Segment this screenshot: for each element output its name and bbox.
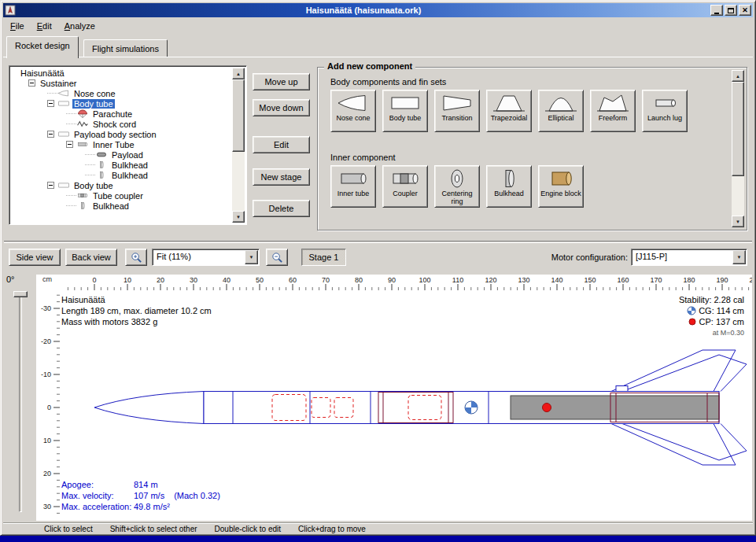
tree-item-nose-cone[interactable]: Nose cone bbox=[11, 88, 232, 98]
scrollbar-thumb[interactable] bbox=[232, 79, 245, 152]
delete-button[interactable]: Delete bbox=[253, 200, 310, 217]
tree-collapse-icon[interactable] bbox=[47, 131, 54, 138]
tree-item-label: Nose cone bbox=[72, 89, 117, 98]
add-elliptical-button[interactable]: Elliptical bbox=[538, 90, 584, 132]
tree-item-label: Inner Tube bbox=[91, 140, 136, 149]
ruler-unit-label: cm bbox=[42, 275, 52, 283]
tree-item-bulkhead[interactable]: Bulkhead bbox=[11, 170, 232, 180]
tree-item-label: Bulkhead bbox=[91, 201, 131, 211]
edit-button[interactable]: Edit bbox=[253, 136, 310, 153]
dropdown-arrow-icon[interactable]: ▼ bbox=[732, 250, 746, 264]
tree-item-label: Body tube bbox=[72, 181, 115, 190]
tree-item-bulkhead[interactable]: Bulkhead bbox=[11, 201, 232, 211]
component-scrollbar[interactable]: ▲ ▼ bbox=[732, 70, 744, 227]
motor-configuration-select[interactable]: [J115-P] ▼ bbox=[631, 249, 747, 266]
section-label-inner-component: Inner component bbox=[330, 153, 396, 162]
close-button[interactable]: ✕ bbox=[739, 5, 751, 16]
add-trapezoidal-button[interactable]: Trapezoidal bbox=[486, 90, 532, 132]
motor-shape[interactable] bbox=[511, 396, 719, 419]
tree-item-tube-coupler[interactable]: Tube coupler bbox=[11, 190, 232, 201]
add-nose-cone-button[interactable]: Nose cone bbox=[330, 90, 376, 132]
add-bulkhead-button[interactable]: Bulkhead bbox=[486, 165, 532, 208]
cp-marker bbox=[543, 404, 551, 412]
rocket-canvas[interactable]: 0102030405060708090100110120130140150160… bbox=[36, 275, 752, 521]
tree-collapse-icon[interactable] bbox=[66, 141, 73, 148]
rotation-column: 0° bbox=[4, 273, 35, 522]
svg-text:150: 150 bbox=[584, 276, 596, 284]
tree-collapse-icon[interactable] bbox=[28, 79, 35, 87]
app-icon bbox=[5, 5, 16, 16]
scrollbar-thumb[interactable] bbox=[732, 82, 744, 176]
svg-text:170: 170 bbox=[650, 276, 662, 284]
scroll-down-button[interactable]: ▼ bbox=[732, 216, 744, 227]
stage-1-toggle[interactable]: Stage 1 bbox=[301, 249, 346, 266]
scroll-down-button[interactable]: ▼ bbox=[232, 211, 245, 223]
tree-item-shock-cord[interactable]: Shock cord bbox=[11, 119, 232, 129]
zoom-select[interactable]: Fit (11%) ▼ bbox=[152, 249, 260, 266]
component-button-label: Launch lug bbox=[647, 114, 682, 122]
taskbar-strip bbox=[0, 536, 756, 542]
minimize-button[interactable] bbox=[710, 5, 723, 16]
split-divider[interactable] bbox=[4, 241, 752, 243]
svg-text:60: 60 bbox=[289, 276, 297, 284]
move-up-button[interactable]: Move up bbox=[253, 73, 310, 90]
flight-stat-apogee: Apogee:814 m bbox=[61, 479, 220, 490]
tab-flight-simulations[interactable]: Flight simulations bbox=[83, 39, 168, 57]
maximize-button[interactable] bbox=[725, 5, 737, 16]
zoom-in-button[interactable] bbox=[125, 249, 147, 266]
tree-item-parachute[interactable]: Parachute bbox=[11, 109, 232, 119]
tree-collapse-icon[interactable] bbox=[47, 182, 54, 189]
add-coupler-button[interactable]: Coupler bbox=[382, 165, 428, 208]
add-freeform-button[interactable]: Freeform bbox=[590, 90, 636, 132]
bulkhead-icon bbox=[95, 171, 108, 179]
component-button-label: Trapezoidal bbox=[491, 114, 528, 122]
menu-edit[interactable]: Edit bbox=[31, 19, 58, 33]
tree-item-body-tube[interactable]: Body tube bbox=[11, 98, 232, 109]
stability-info: Stability: 2.28 cal CG: 114 cm CP: 137 c… bbox=[679, 294, 744, 338]
component-button-label: Freeform bbox=[599, 114, 628, 122]
status-hint: Click+drag to move bbox=[298, 525, 366, 533]
svg-text:-20: -20 bbox=[41, 337, 51, 345]
add-launch-lug-button[interactable]: Launch lug bbox=[642, 90, 688, 132]
scroll-up-button[interactable]: ▲ bbox=[732, 70, 744, 82]
component-button-label: Transition bbox=[441, 114, 472, 122]
tree-item-haisun-t[interactable]: Haisunäätä bbox=[11, 68, 232, 78]
menu-bar: FileEditAnalyze bbox=[3, 18, 753, 34]
scroll-up-button[interactable]: ▲ bbox=[232, 68, 245, 79]
tree-line bbox=[85, 154, 95, 155]
tree-item-body-tube[interactable]: Body tube bbox=[11, 180, 232, 190]
tree-item-payload[interactable]: Payload bbox=[11, 149, 232, 160]
rotation-slider-handle[interactable] bbox=[13, 291, 28, 297]
zoom-out-button[interactable] bbox=[266, 249, 288, 266]
tree-item-label: Bulkhead bbox=[110, 160, 149, 170]
menu-file[interactable]: File bbox=[4, 19, 31, 33]
svg-text:-30: -30 bbox=[41, 304, 51, 312]
add-inner-tube-button[interactable]: Inner tube bbox=[330, 165, 376, 208]
tree-item-payload-body-section[interactable]: Payload body section bbox=[11, 129, 232, 139]
cp-label: CP: bbox=[699, 316, 714, 327]
side-view-button[interactable]: Side view bbox=[9, 249, 61, 266]
dropdown-arrow-icon[interactable]: ▼ bbox=[245, 250, 258, 264]
launch-lug-shape[interactable] bbox=[616, 386, 628, 392]
tab-rocket-design[interactable]: Rocket design bbox=[6, 36, 79, 58]
tree-item-sustainer[interactable]: Sustainer bbox=[11, 78, 232, 88]
component-button-label: Coupler bbox=[393, 190, 418, 197]
move-down-button[interactable]: Move down bbox=[253, 99, 310, 116]
back-view-button[interactable]: Back view bbox=[65, 249, 117, 266]
new-stage-button[interactable]: New stage bbox=[253, 168, 310, 186]
title-bar[interactable]: Haisunäätä (haisunaata.ork) ✕ bbox=[3, 3, 753, 17]
svg-text:30: 30 bbox=[43, 503, 51, 511]
svg-text:190: 190 bbox=[716, 276, 728, 284]
add-centering-ring-button[interactable]: Centering ring bbox=[434, 165, 480, 208]
svg-text:40: 40 bbox=[223, 276, 230, 284]
add-transition-button[interactable]: Transition bbox=[434, 90, 480, 132]
bulkhead-icon bbox=[492, 168, 526, 190]
rotation-slider[interactable] bbox=[19, 293, 22, 512]
add-body-tube-button[interactable]: Body tube bbox=[382, 90, 428, 132]
menu-analyze[interactable]: Analyze bbox=[58, 19, 101, 33]
tree-item-inner-tube[interactable]: Inner Tube bbox=[11, 139, 232, 149]
add-engine-block-button[interactable]: Engine block bbox=[538, 165, 584, 208]
tree-item-bulkhead[interactable]: Bulkhead bbox=[11, 160, 232, 170]
tree-collapse-icon[interactable] bbox=[47, 100, 54, 107]
tree-scrollbar[interactable]: ▲ ▼ bbox=[232, 68, 245, 223]
